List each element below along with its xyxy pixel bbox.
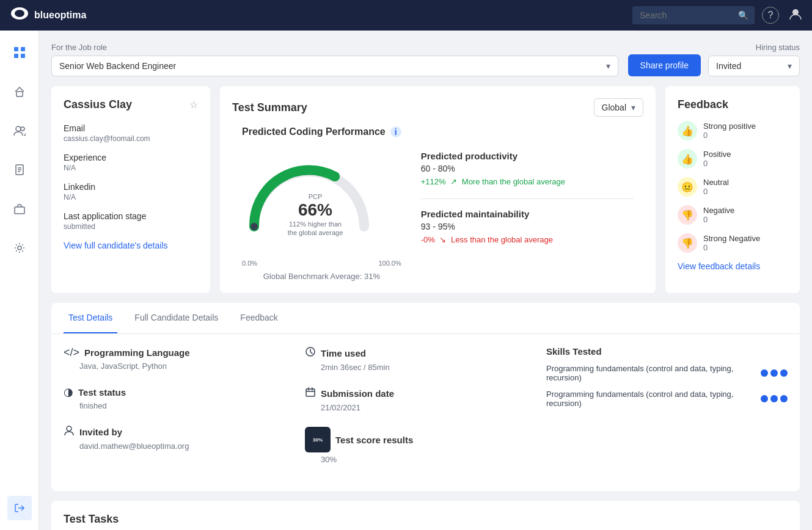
svg-point-1	[15, 10, 24, 17]
sidebar-item-briefcase[interactable]	[7, 197, 32, 221]
svg-point-19	[67, 426, 71, 431]
experience-value: N/A	[64, 164, 198, 172]
feedback-negative: 👎 Negative 0	[678, 205, 788, 225]
app-body: For the Job role Senior Web Backend Engi…	[0, 31, 812, 530]
search-input[interactable]	[632, 6, 755, 24]
gauge-center: PCP 66% 112% higher thanthe global avera…	[288, 193, 343, 238]
header-left: For the Job role Senior Web Backend Engi…	[51, 43, 618, 76]
gauge-section: Predicted Coding Performance i	[242, 126, 401, 281]
productivity-change: +112% ↗ More than the global average	[421, 177, 634, 186]
profile-button[interactable]	[789, 7, 802, 24]
pcp-info-icon[interactable]: i	[390, 126, 401, 137]
nav-icons: ?	[762, 7, 802, 24]
submission-date-row: Submission date	[305, 387, 546, 401]
gauge-end-label: 100.0%	[378, 260, 401, 267]
sidebar-item-people[interactable]	[7, 118, 32, 143]
skill-name-2: Programming fundamentals (control and da…	[546, 390, 761, 408]
tab-feedback[interactable]: Feedback	[235, 303, 282, 333]
detail-col-2: Time used 2min 36sec / 85min Submission …	[305, 346, 546, 479]
positive-info: Positive 0	[703, 150, 731, 168]
tabs-section: Test Details Full Candidate Details Feed…	[51, 303, 800, 491]
test-score-item: 30% Test score results 30%	[305, 427, 546, 464]
last-stage-field: Last application stage submitted	[64, 211, 198, 231]
tab-test-details[interactable]: Test Details	[64, 303, 117, 333]
star-icon[interactable]: ☆	[189, 99, 198, 111]
strong-positive-count: 0	[703, 131, 756, 140]
skill-dot	[780, 369, 788, 377]
invited-by-item: Invited by david.mathew@blueoptima.org	[64, 425, 305, 451]
gauge-pcp-label: PCP	[288, 193, 343, 200]
gauge-pcp-sub: 112% higher thanthe global average	[288, 220, 343, 238]
job-role-select[interactable]: Senior Web Backend Engineer ▾	[51, 56, 618, 76]
hiring-status-chevron-icon: ▾	[788, 61, 792, 71]
hiring-status-select[interactable]: Invited ▾	[708, 56, 800, 76]
positive-count: 0	[703, 159, 731, 168]
programming-language-row: </> Programming Language	[64, 346, 305, 359]
svg-point-15	[18, 246, 21, 250]
skills-title: Skills Tested	[546, 346, 788, 357]
metric-divider	[421, 198, 634, 199]
help-button[interactable]: ?	[762, 7, 779, 24]
details-grid: </> Programming Language Java, JavaScrip…	[64, 346, 788, 479]
view-candidate-details-link[interactable]: View full candidate's details	[64, 241, 198, 250]
test-summary-title: Test Summary	[232, 101, 307, 114]
share-profile-button[interactable]: Share profile	[628, 54, 701, 76]
invited-by-label: Invited by	[79, 427, 122, 437]
skill-item-2: Programming fundamentals (control and da…	[546, 390, 788, 408]
scope-select[interactable]: Global ▾	[594, 98, 643, 117]
scope-value: Global	[602, 103, 626, 112]
job-role-label: For the Job role	[51, 43, 618, 52]
feedback-card: Feedback 👍 Strong positive 0 👍 Positive …	[665, 86, 800, 293]
email-value: cassius.clay@foomail.com	[64, 134, 198, 143]
strong-positive-label: Strong positive	[703, 122, 756, 131]
linkedin-label: Linkedin	[64, 182, 198, 192]
programming-language-value: Java, JavaScript, Python	[79, 361, 305, 371]
productivity-label: Predicted productivity	[421, 151, 634, 161]
pcp-section: Predicted Coding Performance i	[232, 126, 643, 281]
tab-full-candidate-details[interactable]: Full Candidate Details	[130, 303, 223, 333]
top-navigation: blueoptima 🔍 ?	[0, 0, 812, 31]
svg-point-17	[251, 223, 258, 230]
svg-rect-4	[21, 47, 25, 51]
candidate-card: Cassius Clay ☆ Email cassius.clay@foomai…	[51, 86, 210, 293]
neutral-count: 0	[703, 187, 729, 196]
gauge-chart: PCP 66% 112% higher thanthe global avera…	[242, 147, 389, 257]
maintainability-range: 93 - 95%	[421, 222, 634, 231]
gauge-start-label: 0.0%	[242, 260, 257, 267]
test-tasks-card: Test Tasks	[51, 501, 800, 530]
main-content: For the Job role Senior Web Backend Engi…	[39, 31, 812, 530]
view-feedback-link[interactable]: View feedback details	[678, 261, 788, 271]
email-label: Email	[64, 123, 198, 133]
search-container[interactable]: 🔍	[632, 6, 755, 24]
neutral-icon: 😐	[678, 177, 697, 197]
invited-by-row: Invited by	[64, 425, 305, 439]
svg-rect-21	[306, 389, 315, 396]
programming-language-label: Programming Language	[84, 347, 190, 358]
submission-date-item: Submission date 21/02/2021	[305, 387, 546, 412]
negative-icon: 👎	[678, 205, 697, 225]
svg-rect-14	[15, 207, 24, 214]
svg-rect-7	[16, 92, 23, 96]
programming-language-item: </> Programming Language Java, JavaScrip…	[64, 346, 305, 371]
calendar-icon	[305, 387, 316, 401]
linkedin-value: N/A	[64, 193, 198, 201]
sidebar-item-settings[interactable]	[7, 236, 32, 260]
hiring-status-value: Invited	[716, 61, 741, 71]
skill-dot	[761, 395, 768, 402]
sidebar-item-grid[interactable]	[7, 40, 32, 65]
last-stage-value: submitted	[64, 222, 198, 231]
sidebar-item-home[interactable]	[7, 79, 32, 104]
neutral-label: Neutral	[703, 178, 729, 187]
pcp-title: Predicted Coding Performance i	[242, 126, 401, 137]
test-score-label: Test score results	[335, 435, 413, 445]
productivity-range: 60 - 80%	[421, 164, 634, 173]
sidebar-item-documents[interactable]	[7, 158, 32, 182]
skill-dot	[780, 395, 788, 402]
time-icon	[305, 346, 316, 360]
strong-negative-icon: 👎	[678, 233, 697, 253]
strong-positive-info: Strong positive 0	[703, 122, 756, 140]
sidebar-item-logout[interactable]	[7, 496, 32, 520]
svg-point-9	[21, 127, 24, 131]
feedback-strong-positive: 👍 Strong positive 0	[678, 121, 788, 140]
feedback-title: Feedback	[678, 98, 788, 111]
